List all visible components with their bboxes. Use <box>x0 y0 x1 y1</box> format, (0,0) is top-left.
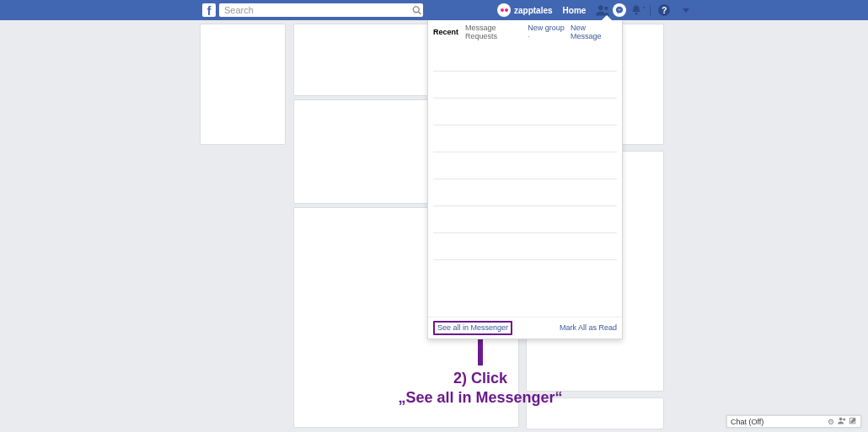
svg-point-6 <box>843 419 845 421</box>
account-menu-caret-icon[interactable] <box>683 8 689 13</box>
conversation-list[interactable] <box>428 44 622 317</box>
dropdown-footer: See all in Messenger Mark All as Read <box>428 317 622 339</box>
svg-point-2 <box>598 5 603 10</box>
compose-icon[interactable] <box>849 417 857 426</box>
conversation-row[interactable] <box>433 98 617 125</box>
search-button[interactable] <box>412 6 421 15</box>
annotation-line1: 2) Click <box>371 369 590 388</box>
conversation-row[interactable] <box>433 205 617 232</box>
top-nav: f zapptales Home <box>0 0 868 20</box>
friend-requests-icon[interactable] <box>594 4 611 16</box>
new-message-link[interactable]: New Message <box>571 24 617 40</box>
conversation-row[interactable] <box>433 259 617 286</box>
card-left <box>200 24 286 145</box>
messenger-icon[interactable] <box>611 3 628 17</box>
conversation-row[interactable] <box>433 125 617 152</box>
messenger-dropdown: Recent Message Requests New group New Me… <box>427 20 623 339</box>
svg-point-0 <box>413 7 419 13</box>
new-group-link[interactable]: New group <box>528 24 567 40</box>
search-wrap <box>219 3 423 17</box>
conversation-row[interactable] <box>433 44 617 71</box>
notifications-icon[interactable]: • <box>628 4 645 16</box>
user-profile-link[interactable]: zapptales <box>497 3 553 17</box>
facebook-logo[interactable]: f <box>202 3 216 17</box>
tab-message-requests[interactable]: Message Requests <box>465 24 528 40</box>
conversation-row[interactable] <box>433 71 617 98</box>
help-icon[interactable]: ? <box>656 4 672 16</box>
chat-dock[interactable]: Chat (Off) ⚙ <box>726 415 861 428</box>
search-input[interactable] <box>219 3 423 17</box>
help-label: ? <box>662 6 667 15</box>
username-label: zapptales <box>514 6 553 15</box>
conversation-row[interactable] <box>433 152 617 179</box>
avatar <box>497 3 511 17</box>
chat-dock-label[interactable]: Chat (Off) <box>731 418 764 426</box>
people-icon[interactable] <box>838 417 846 426</box>
gear-icon[interactable]: ⚙ <box>828 418 834 426</box>
see-all-in-messenger-link[interactable]: See all in Messenger <box>433 321 512 335</box>
svg-point-5 <box>839 418 843 421</box>
annotation-line2: „See all in Messenger“ <box>371 388 590 408</box>
divider <box>650 4 651 16</box>
tab-recent[interactable]: Recent <box>433 28 458 36</box>
svg-point-3 <box>605 7 608 10</box>
svg-point-4 <box>635 13 638 15</box>
conversation-row[interactable] <box>433 179 617 205</box>
svg-line-1 <box>419 12 421 14</box>
mark-all-read-link[interactable]: Mark All as Read <box>560 323 617 332</box>
search-icon <box>412 6 421 15</box>
dropdown-header: Recent Message Requests New group New Me… <box>428 20 622 44</box>
conversation-row[interactable] <box>433 232 617 259</box>
home-link[interactable]: Home <box>563 6 587 15</box>
